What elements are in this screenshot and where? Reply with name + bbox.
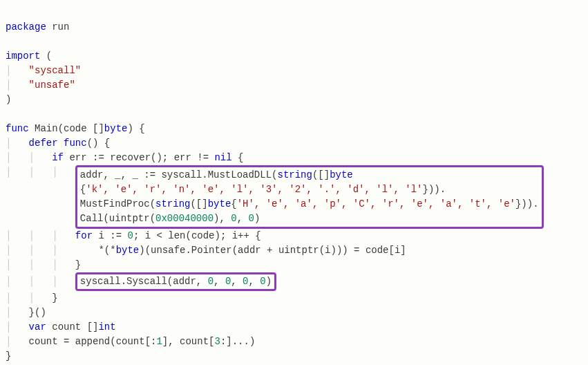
proc-name-bytes: 'H', 'e', 'a', 'p', 'C', 'r', 'e', 'a', … bbox=[237, 198, 515, 209]
line-17: │ │ │ } bbox=[6, 259, 81, 270]
line-9: │ defer func() { bbox=[6, 138, 110, 149]
line-1: package run bbox=[6, 21, 69, 32]
line-23: } bbox=[6, 350, 11, 362]
keyword-if: if bbox=[52, 152, 64, 163]
import-unsafe: "unsafe" bbox=[29, 79, 75, 91]
import-syscall: "syscall" bbox=[29, 65, 82, 76]
keyword-defer: defer bbox=[29, 138, 58, 149]
line-19: │ │ } bbox=[6, 292, 58, 303]
keyword-for: for bbox=[75, 230, 93, 241]
line-3: import ( bbox=[6, 50, 52, 62]
dll-name-bytes: 'k', 'e', 'r', 'n', 'e', 'l', '3', '2', … bbox=[86, 184, 422, 195]
keyword-package: package bbox=[6, 21, 46, 32]
line-22: │ count = append(count[:1], count[3:]...… bbox=[6, 336, 255, 347]
highlight-box-1: addr, _, _ := syscall.MustLoadDLL(string… bbox=[75, 165, 544, 229]
line-21: │ var count []int bbox=[6, 321, 116, 333]
func-main: Main bbox=[35, 123, 58, 134]
line-16: │ │ │ *(*byte)(unsafe.Pointer(addr + uin… bbox=[6, 245, 406, 256]
line-8: func Main(code []byte) { bbox=[6, 123, 145, 134]
hex-literal: 0x00040000 bbox=[155, 213, 214, 224]
line-4: │ "syscall" bbox=[6, 65, 81, 76]
line-15: │ │ │ for i := 0; i < len(code); i++ { bbox=[6, 230, 261, 241]
package-name: run bbox=[52, 21, 69, 32]
line-20: │ }() bbox=[6, 307, 46, 318]
highlight-box-2: syscall.Syscall(addr, 0, 0, 0, 0) bbox=[75, 272, 276, 291]
keyword-import: import bbox=[6, 50, 40, 62]
keyword-func: func bbox=[6, 123, 29, 134]
keyword-var: var bbox=[29, 321, 46, 333]
code-block: package run import ( │ "syscall" │ "unsa… bbox=[6, 6, 582, 364]
line-6: ) bbox=[6, 94, 11, 105]
line-10: │ │ if err := recover(); err != nil { bbox=[6, 152, 244, 163]
line-5: │ "unsafe" bbox=[6, 79, 75, 91]
